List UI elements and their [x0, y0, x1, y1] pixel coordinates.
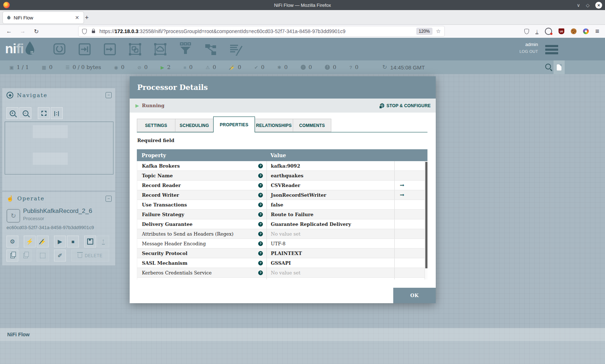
enable-button[interactable]: ⚡	[24, 236, 36, 247]
remote-process-group-tool-icon[interactable]	[152, 41, 169, 58]
nifi-component-toolbar	[51, 41, 244, 58]
status-cluster-nodes-count: 1 / 1	[17, 64, 29, 70]
property-row-security-protocol[interactable]: Security Protocol?PLAINTEXT	[137, 249, 425, 258]
status-up-to-date-count: 0	[261, 64, 265, 70]
window-close-icon[interactable]: ×	[595, 2, 602, 9]
status-sync-failure: ?0	[349, 64, 359, 70]
start-button[interactable]: ▶	[54, 236, 66, 247]
stop-and-configure-button[interactable]: ⚙ STOP & CONFIGURE	[380, 103, 431, 109]
tab-relationships[interactable]: RELATIONSHIPS	[255, 119, 293, 132]
processor-tool-icon[interactable]	[51, 41, 68, 58]
property-row-failure-strategy[interactable]: Failure Strategy?Route to Failure	[137, 210, 425, 219]
birdseye-minimap[interactable]	[5, 122, 113, 174]
property-row-sasl-mechanism[interactable]: SASL Mechanism?GSSAPI	[137, 258, 425, 268]
property-value: false	[271, 202, 283, 208]
lock-icon[interactable]	[92, 31, 95, 33]
forward-button[interactable]: →	[18, 27, 27, 36]
browser-tab-nifi-flow[interactable]: NiFi Flow ✕	[3, 12, 84, 23]
help-icon[interactable]: ?	[258, 183, 263, 188]
reload-button[interactable]: ↻	[32, 27, 41, 36]
property-row-kafka-brokers[interactable]: Kafka Brokers?kafka:9092	[137, 161, 425, 171]
logout-link[interactable]: LOG OUT	[519, 49, 538, 54]
template-save-icon	[87, 238, 93, 245]
output-port-tool-icon[interactable]	[102, 41, 118, 58]
page-zoom-badge[interactable]: 120%	[416, 28, 433, 35]
zoom-out-button[interactable]: −	[19, 107, 31, 119]
configure-button[interactable]: ⚙	[6, 236, 18, 247]
bookmark-star-icon[interactable]: ☆	[436, 28, 441, 35]
disable-button[interactable]: ⚡	[37, 236, 49, 247]
help-icon[interactable]: ?	[258, 164, 263, 168]
search-button[interactable]	[545, 64, 552, 71]
zoom-fit-button[interactable]	[38, 107, 50, 119]
global-menu-icon[interactable]	[545, 45, 558, 54]
property-name: Kerberos Credentials Service	[142, 270, 258, 276]
downloads-icon[interactable]: ↓	[535, 28, 538, 34]
list-icon: ☰	[66, 65, 70, 70]
url-bar[interactable]: https://172.18.0.3:32558/nifi/?processGr…	[79, 26, 444, 36]
back-button[interactable]: ←	[4, 27, 14, 36]
operate-collapse-button[interactable]: −	[106, 196, 112, 202]
running-state-label: Running	[142, 103, 165, 108]
copy-button[interactable]	[6, 250, 18, 261]
help-icon[interactable]: ?	[258, 222, 263, 227]
tab-scheduling[interactable]: SCHEDULING	[175, 119, 214, 132]
ok-button[interactable]: OK	[393, 288, 436, 303]
browser-menu-icon[interactable]: ≡	[595, 27, 599, 35]
help-icon[interactable]: ?	[258, 193, 263, 197]
help-icon[interactable]: ?	[258, 173, 263, 178]
window-maximize-icon[interactable]: ◇	[586, 3, 590, 8]
pocket-shield-icon[interactable]	[524, 29, 529, 34]
help-icon[interactable]: ?	[258, 203, 263, 207]
process-group-tool-icon[interactable]	[127, 41, 143, 58]
property-row-delivery-guarantee[interactable]: Delivery Guarantee?Guarantee Replicated …	[137, 219, 425, 229]
cookie-extension-icon[interactable]	[571, 28, 577, 34]
breadcrumb-root[interactable]: NiFi Flow	[7, 332, 30, 337]
fill-color-button[interactable]: ✐	[54, 250, 66, 261]
scrollbar-thumb[interactable]	[425, 162, 427, 268]
help-icon[interactable]: ?	[258, 241, 263, 246]
help-icon[interactable]: ?	[258, 261, 263, 265]
property-row-kerberos-credentials-service[interactable]: Kerberos Credentials Service?No value se…	[137, 268, 425, 278]
tab-properties[interactable]: PROPERTIES	[213, 117, 255, 132]
stop-button[interactable]: ■	[67, 236, 79, 247]
help-icon[interactable]: ?	[258, 212, 263, 217]
template-tool-icon[interactable]	[202, 41, 219, 58]
status-not-transmitting: ⊘0	[138, 64, 148, 70]
birdseye-toggle-button[interactable]	[554, 60, 565, 74]
zoom-actual-button[interactable]: |:|	[51, 107, 63, 119]
tab-close-icon[interactable]: ✕	[73, 15, 81, 21]
help-icon[interactable]: ?	[258, 251, 263, 256]
property-row-attributes-to-send-as-headers-regex[interactable]: Attributes to Send as Headers (Regex)?No…	[137, 229, 425, 239]
property-value: CSVReader	[271, 183, 300, 188]
table-scrollbar[interactable]	[425, 161, 427, 279]
pinwheel-extension-icon[interactable]	[583, 28, 589, 34]
tracking-shield-icon[interactable]	[82, 29, 87, 34]
window-shade-icon[interactable]: ∨	[577, 3, 580, 8]
property-row-record-writer[interactable]: Record Writer?JsonRecordSetWriter→	[137, 190, 425, 200]
property-row-record-reader[interactable]: Record Reader?CSVReader→	[137, 181, 425, 190]
property-row-topic-name[interactable]: Topic Name?earthquakes	[137, 171, 425, 181]
tab-settings[interactable]: SETTINGS	[137, 119, 175, 132]
help-icon[interactable]: ?	[258, 270, 263, 275]
refresh-status[interactable]: ↻ 14:45:08 GMT	[382, 64, 425, 70]
last-refresh-time: 14:45:08 GMT	[390, 64, 425, 70]
warning-icon: ⚠	[206, 65, 210, 70]
goto-controller-service-icon[interactable]: →	[400, 192, 404, 198]
property-row-message-header-encoding[interactable]: Message Header Encoding?UTF-8	[137, 239, 425, 249]
refresh-icon[interactable]: ↻	[382, 64, 387, 70]
input-port-tool-icon[interactable]	[76, 41, 93, 58]
extension-privacy-icon[interactable]	[545, 28, 552, 35]
goto-controller-service-icon[interactable]: →	[400, 182, 404, 188]
funnel-tool-icon[interactable]	[177, 41, 194, 58]
ublock-extension-icon[interactable]: U0	[559, 28, 564, 34]
tab-comments[interactable]: COMMENTS	[293, 119, 331, 132]
property-row-use-transactions[interactable]: Use Transactions?false	[137, 200, 425, 210]
navigate-collapse-button[interactable]: −	[106, 92, 112, 98]
property-row-clipped[interactable]: ?No value set	[137, 278, 425, 279]
create-template-button[interactable]	[84, 236, 96, 247]
help-icon[interactable]: ?	[258, 232, 263, 236]
label-tool-icon[interactable]	[228, 41, 244, 58]
new-tab-button[interactable]: +	[82, 13, 91, 22]
zoom-in-button[interactable]: +	[6, 107, 18, 119]
